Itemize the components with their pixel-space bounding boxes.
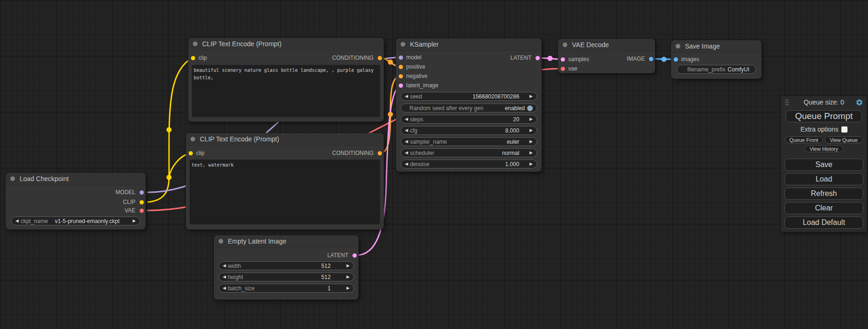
sampler-name-widget[interactable]: sampler_name euler: [401, 137, 537, 146]
input-port-model[interactable]: model: [396, 53, 422, 62]
clear-button[interactable]: Clear: [784, 202, 863, 214]
port-dot-latent[interactable]: [399, 84, 403, 88]
drag-handle-icon[interactable]: [785, 99, 789, 106]
port-dot-latent[interactable]: [353, 253, 357, 258]
port-dot-conditioning[interactable]: [378, 151, 382, 155]
decrement-arrow-icon[interactable]: [405, 126, 408, 135]
increment-arrow-icon[interactable]: [529, 148, 533, 157]
increment-arrow-icon[interactable]: [529, 160, 533, 168]
decrement-arrow-icon[interactable]: [405, 148, 408, 157]
prompt-textarea[interactable]: text, watermark: [190, 160, 380, 224]
decrement-arrow-icon[interactable]: [223, 273, 226, 281]
port-dot-clip[interactable]: [189, 151, 193, 155]
node-collapse-dot-icon[interactable]: [401, 42, 405, 47]
filename-prefix-widget[interactable]: filename_prefix ComfyUI: [677, 65, 756, 74]
toggle-knob-icon[interactable]: [527, 105, 533, 111]
node-title-clip-positive[interactable]: CLIP Text Encode (Prompt): [188, 38, 384, 50]
port-dot-clip[interactable]: [191, 56, 195, 60]
increment-arrow-icon[interactable]: [529, 137, 533, 146]
view-history-button[interactable]: View History: [804, 145, 843, 152]
input-port-samples[interactable]: samples: [558, 55, 589, 64]
decrement-arrow-icon[interactable]: [223, 261, 226, 270]
decrement-arrow-icon[interactable]: [405, 137, 408, 146]
node-graph-canvas[interactable]: Load Checkpoint MODEL CLIP VAE ckpt_name…: [0, 0, 868, 329]
node-title-ksampler[interactable]: KSampler: [396, 38, 542, 51]
port-dot-model[interactable]: [399, 56, 403, 60]
cfg-widget[interactable]: cfg 8.000: [401, 126, 537, 135]
output-port-image[interactable]: IMAGE: [627, 54, 655, 63]
port-dot-image[interactable]: [649, 57, 653, 61]
link-dot[interactable]: [388, 112, 393, 117]
input-port-positive[interactable]: positive: [396, 62, 425, 71]
node-collapse-dot-icon[interactable]: [191, 137, 195, 141]
node-clip-text-encode-positive[interactable]: CLIP Text Encode (Prompt) clip CONDITION…: [188, 38, 384, 122]
increment-arrow-icon[interactable]: [346, 261, 350, 270]
input-port-latent-image[interactable]: latent_image: [396, 81, 438, 90]
width-widget[interactable]: width 512: [219, 261, 354, 270]
node-load-checkpoint[interactable]: Load Checkpoint MODEL CLIP VAE ckpt_name…: [6, 173, 146, 230]
ckpt-name-widget[interactable]: ckpt_name v1-5-pruned-emaonly.ckpt: [11, 217, 140, 225]
load-default-button[interactable]: Load Default: [784, 217, 863, 229]
increment-arrow-icon[interactable]: [346, 273, 350, 281]
random-seed-toggle[interactable]: Random seed after every gen enabled: [401, 104, 537, 112]
extra-options-checkbox[interactable]: [841, 126, 847, 133]
port-dot-clip[interactable]: [140, 200, 144, 204]
output-port-latent[interactable]: LATENT: [327, 251, 359, 260]
decrement-arrow-icon[interactable]: [405, 92, 408, 101]
port-dot-conditioning[interactable]: [399, 65, 403, 69]
link-dot[interactable]: [388, 60, 393, 65]
input-port-negative[interactable]: negative: [396, 71, 427, 81]
increment-arrow-icon[interactable]: [346, 284, 350, 293]
refresh-button[interactable]: Refresh: [784, 188, 863, 200]
scheduler-widget[interactable]: scheduler normal: [401, 148, 537, 157]
increment-arrow-icon[interactable]: [529, 115, 533, 124]
port-dot-model[interactable]: [140, 190, 144, 195]
queue-prompt-button[interactable]: Queue Prompt: [786, 110, 862, 122]
node-collapse-dot-icon[interactable]: [676, 44, 680, 49]
link-dot[interactable]: [167, 127, 172, 133]
settings-button[interactable]: [855, 98, 863, 106]
decrement-arrow-icon[interactable]: [15, 217, 19, 225]
output-port-conditioning[interactable]: CONDITIONING: [332, 53, 384, 63]
port-dot-image[interactable]: [674, 57, 678, 62]
output-port-latent[interactable]: LATENT: [510, 53, 542, 63]
decrement-arrow-icon[interactable]: [405, 115, 408, 124]
link-dot[interactable]: [662, 57, 667, 62]
increment-arrow-icon[interactable]: [529, 92, 533, 101]
link-dot[interactable]: [548, 56, 553, 61]
output-port-clip[interactable]: CLIP: [123, 197, 146, 207]
node-collapse-dot-icon[interactable]: [10, 176, 15, 181]
queue-panel[interactable]: Queue size: 0 Queue Prompt Extra options…: [781, 96, 867, 232]
output-port-model[interactable]: MODEL: [115, 188, 146, 197]
port-dot-conditioning[interactable]: [399, 74, 403, 78]
input-port-clip[interactable]: clip: [186, 148, 205, 158]
port-dot-latent[interactable]: [536, 56, 540, 60]
load-button[interactable]: Load: [784, 173, 863, 185]
increment-arrow-icon[interactable]: [133, 217, 136, 225]
steps-widget[interactable]: steps 20: [401, 115, 537, 124]
link-dot[interactable]: [167, 175, 172, 180]
queue-front-button[interactable]: Queue Front: [785, 136, 823, 143]
node-title-load-checkpoint[interactable]: Load Checkpoint: [6, 173, 146, 185]
output-port-conditioning[interactable]: CONDITIONING: [332, 148, 384, 158]
view-queue-button[interactable]: View Queue: [825, 136, 863, 143]
increment-arrow-icon[interactable]: [529, 126, 533, 135]
node-title-vae-decode[interactable]: VAE Decode: [558, 39, 655, 51]
node-collapse-dot-icon[interactable]: [563, 42, 567, 47]
port-dot-vae[interactable]: [561, 67, 565, 71]
save-button[interactable]: Save: [784, 159, 863, 171]
node-ksampler[interactable]: KSampler model positive negative latent_…: [396, 38, 542, 172]
height-widget[interactable]: height 512: [219, 273, 354, 281]
input-port-images[interactable]: images: [671, 55, 699, 64]
node-clip-text-encode-negative[interactable]: CLIP Text Encode (Prompt) clip CONDITION…: [186, 133, 384, 230]
node-empty-latent-image[interactable]: Empty Latent Image LATENT width 512 heig…: [214, 235, 359, 300]
denoise-widget[interactable]: denoise 1.000: [401, 160, 537, 168]
port-dot-latent[interactable]: [561, 57, 565, 62]
input-port-vae[interactable]: vae: [558, 64, 577, 73]
decrement-arrow-icon[interactable]: [405, 160, 408, 168]
node-title-save-image[interactable]: Save Image: [671, 40, 762, 53]
decrement-arrow-icon[interactable]: [223, 284, 226, 293]
prompt-textarea[interactable]: beautiful scenery nature glass bottle la…: [192, 65, 380, 117]
node-save-image[interactable]: Save Image images filename_prefix ComfyU…: [671, 40, 762, 79]
node-vae-decode[interactable]: VAE Decode samples vae IMAGE: [558, 39, 655, 73]
